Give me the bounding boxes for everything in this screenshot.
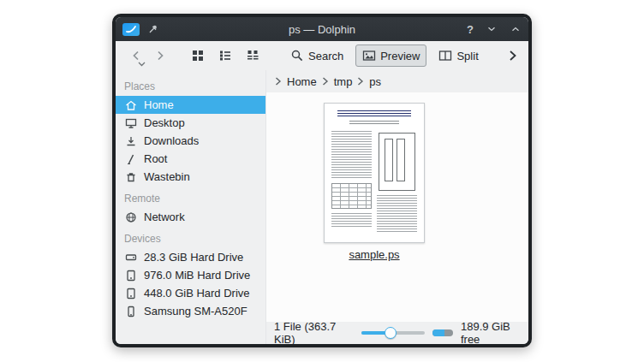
sidebar-item-label: 976.0 MiB Hard Drive xyxy=(144,269,250,282)
minimize-chevron-down-icon[interactable] xyxy=(486,23,498,35)
split-icon xyxy=(438,49,452,62)
pin-icon[interactable] xyxy=(147,23,159,35)
sidebar-item-samsung-phone[interactable]: Samsung SM-A520F xyxy=(116,302,265,320)
folder-view[interactable]: sample.ps xyxy=(266,92,528,322)
statusbar: 1 File (363.7 KiB) 189.9 GiB free xyxy=(266,322,528,344)
sidebar-item-drive-976mib[interactable]: 976.0 MiB Hard Drive xyxy=(116,266,265,284)
breadcrumb: Home tmp ps xyxy=(266,70,528,92)
preview-button[interactable]: Preview xyxy=(355,45,426,67)
main-toolbar: Search Preview Split xyxy=(116,41,528,70)
hard-drive-icon xyxy=(124,269,138,282)
forward-icon[interactable] xyxy=(148,45,172,67)
sidebar-item-network[interactable]: Network xyxy=(116,208,265,226)
sidebar-section-header-devices: Devices xyxy=(116,226,265,248)
dolphin-app-icon xyxy=(122,23,140,36)
split-button-label: Split xyxy=(456,50,478,62)
sidebar-item-label: 448.0 GiB Hard Drive xyxy=(144,287,250,300)
sidebar-item-wastebin[interactable]: Wastebin xyxy=(116,168,265,186)
sidebar-item-label: Desktop xyxy=(144,116,185,129)
places-panel: Places Home Desktop Downloads xyxy=(116,70,266,344)
sidebar-item-downloads[interactable]: Downloads xyxy=(116,132,265,150)
sidebar-item-root[interactable]: Root xyxy=(116,150,265,168)
zoom-slider-handle[interactable] xyxy=(385,327,397,339)
breadcrumb-item-tmp[interactable]: tmp xyxy=(334,75,353,88)
sidebar-item-label: Downloads xyxy=(144,134,199,147)
free-space-label: 189.9 GiB free xyxy=(461,320,521,346)
maximize-chevron-up-icon[interactable] xyxy=(510,23,522,35)
breadcrumb-item-home[interactable]: Home xyxy=(287,75,317,88)
search-icon xyxy=(290,49,304,62)
titlebar[interactable]: ps — Dolphin ? xyxy=(116,17,528,41)
split-button[interactable]: Split xyxy=(432,45,485,67)
breadcrumb-item-ps[interactable]: ps xyxy=(369,75,381,88)
sidebar-item-drive-28gib[interactable]: 28.3 GiB Hard Drive xyxy=(116,248,265,266)
preview-button-label: Preview xyxy=(380,50,420,62)
overflow-chevron-icon[interactable] xyxy=(504,48,520,63)
history-chevron-down-icon[interactable] xyxy=(138,62,146,67)
sidebar-item-label: Root xyxy=(144,152,167,165)
help-icon[interactable]: ? xyxy=(467,24,474,35)
monitor-icon xyxy=(124,116,138,130)
smartphone-icon xyxy=(124,305,138,318)
sidebar-section-header-remote: Remote xyxy=(116,186,265,208)
compact-view-icon[interactable] xyxy=(241,45,265,67)
postscript-preview-thumbnail xyxy=(324,103,425,243)
disk-usage-bar xyxy=(432,329,453,336)
home-icon xyxy=(124,98,138,112)
sidebar-item-label: 28.3 GiB Hard Drive xyxy=(144,251,243,264)
icons-view-icon[interactable] xyxy=(186,45,210,67)
file-name-label[interactable]: sample.ps xyxy=(349,248,399,261)
sidebar-section-header-places: Places xyxy=(116,74,265,96)
chevron-right-icon xyxy=(322,77,329,86)
statusbar-summary: 1 File (363.7 KiB) xyxy=(274,320,346,346)
sidebar-item-home[interactable]: Home xyxy=(116,96,265,114)
dolphin-window: ps — Dolphin ? xyxy=(112,14,532,347)
download-icon xyxy=(124,134,138,148)
search-button[interactable]: Search xyxy=(283,45,350,67)
trash-icon xyxy=(124,170,138,184)
chevron-right-icon xyxy=(357,77,364,86)
hard-drive-icon xyxy=(124,287,138,300)
file-item-sample-ps[interactable]: sample.ps xyxy=(307,103,441,262)
preview-icon xyxy=(362,49,376,62)
search-button-label: Search xyxy=(308,50,343,62)
sidebar-item-label: Samsung SM-A520F xyxy=(144,305,247,317)
chevron-right-icon[interactable] xyxy=(275,77,282,86)
sidebar-item-desktop[interactable]: Desktop xyxy=(116,114,265,132)
sidebar-item-drive-448gib[interactable]: 448.0 GiB Hard Drive xyxy=(116,284,265,302)
sidebar-item-label: Wastebin xyxy=(144,170,190,183)
root-slash-icon xyxy=(124,152,138,166)
sidebar-item-label: Home xyxy=(144,98,174,111)
hard-drive-icon xyxy=(124,251,138,264)
details-view-icon[interactable] xyxy=(213,45,237,67)
sidebar-item-label: Network xyxy=(144,211,185,223)
globe-icon xyxy=(124,211,138,224)
zoom-slider[interactable] xyxy=(361,326,425,340)
